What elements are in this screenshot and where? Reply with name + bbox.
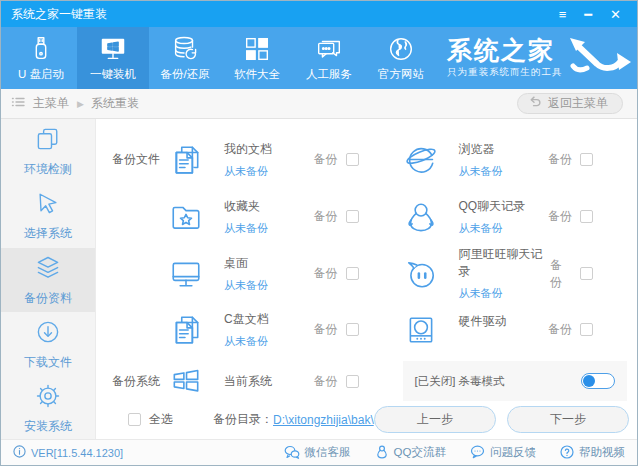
backup-checkbox[interactable] xyxy=(346,267,359,280)
backup-item-desktop: 桌面 从未备份 备份 xyxy=(168,255,403,293)
nav-tab-one-key-install[interactable]: 一键装机 xyxy=(77,27,149,89)
backup-label: 备份 xyxy=(314,208,338,225)
sidebar-item-install-system[interactable]: 安装系统 xyxy=(1,377,95,441)
backup-item-c-drive-docs: C盘文档 从未备份 备份 xyxy=(168,311,403,349)
backup-item-status: 从未备份 xyxy=(459,221,526,236)
backup-checkbox[interactable] xyxy=(346,153,359,166)
select-all-checkbox[interactable] xyxy=(128,413,141,426)
backup-item-title: 硬件驱动 xyxy=(459,313,507,330)
sidebar-item-label: 下载文件 xyxy=(24,354,72,371)
breadcrumb: 主菜单 ▶ 系统重装 返回主菜单 xyxy=(1,89,637,119)
backup-item-title: 收藏夹 xyxy=(224,198,268,215)
close-icon[interactable]: ✕ xyxy=(610,8,621,21)
sidebar: 环境检测 选择系统 备份资料 xyxy=(1,119,96,441)
backup-checkbox[interactable] xyxy=(580,323,593,336)
backup-item-qq-chat: QQ聊天记录 从未备份 备份 xyxy=(403,198,638,236)
minimize-icon[interactable]: ━ xyxy=(584,8,592,21)
wangwang-icon xyxy=(403,257,439,291)
footer-link-label: QQ交流群 xyxy=(394,445,446,460)
menu-icon[interactable]: ≡ xyxy=(559,8,567,21)
hard-drive-icon xyxy=(403,313,439,347)
sidebar-item-label: 安装系统 xyxy=(24,418,72,435)
qq-group-link[interactable]: QQ交流群 xyxy=(375,445,446,461)
backup-label: 备份 xyxy=(548,151,572,168)
backup-item-hardware-drivers: 硬件驱动 备份 xyxy=(403,313,638,347)
back-button-label: 返回主菜单 xyxy=(548,95,608,112)
nav-tab-backup-restore[interactable]: 备份/还原 xyxy=(149,27,221,89)
breadcrumb-root[interactable]: 主菜单 xyxy=(33,95,69,112)
backup-dir-link[interactable]: D:\xitongzhijia\bak\ xyxy=(273,413,374,427)
window-controls: ≡ ━ ✕ xyxy=(559,8,627,21)
backup-label: 备份 xyxy=(548,208,572,225)
back-to-main-menu-button[interactable]: 返回主菜单 xyxy=(517,93,623,114)
windows-logo-icon xyxy=(168,364,204,398)
database-restore-icon xyxy=(170,34,200,64)
backup-item-title: QQ聊天记录 xyxy=(459,198,526,215)
backup-item-status: 从未备份 xyxy=(459,286,551,301)
backup-label: 备份 xyxy=(314,265,338,282)
backup-item-title: C盘文档 xyxy=(224,311,269,328)
nav-tab-label: 一键装机 xyxy=(90,67,136,82)
nav-tab-usb-boot[interactable]: U 盘启动 xyxy=(5,27,77,89)
nav-tab-label: 官方网站 xyxy=(378,67,424,82)
backup-item-browser: 浏览器 从未备份 备份 xyxy=(403,141,638,179)
wechat-icon xyxy=(284,445,300,461)
download-icon xyxy=(34,318,62,349)
sidebar-item-backup-data[interactable]: 备份资料 xyxy=(1,248,95,312)
backup-checkbox[interactable] xyxy=(580,210,593,223)
folder-star-icon xyxy=(168,200,204,234)
backup-checkbox[interactable] xyxy=(346,375,359,388)
info-icon xyxy=(13,445,26,460)
backup-item-status: 从未备份 xyxy=(459,164,503,179)
nav-tab-label: 备份/还原 xyxy=(160,67,209,82)
next-step-button[interactable]: 下一步 xyxy=(507,406,629,433)
question-circle-icon xyxy=(560,445,574,461)
sidebar-item-select-system[interactable]: 选择系统 xyxy=(1,183,95,247)
list-icon xyxy=(11,95,26,112)
backup-item-title: 阿里旺旺聊天记录 xyxy=(459,246,551,280)
chat-bubbles-icon xyxy=(314,34,344,64)
help-videos-link[interactable]: 帮助视频 xyxy=(560,445,625,461)
backup-system-row: 备份系统 当前系统 备份 xyxy=(104,357,637,405)
swoosh-arrows-icon xyxy=(567,27,633,89)
section-backup-files-label: 备份文件 xyxy=(104,151,168,168)
env-check-icon xyxy=(34,125,62,156)
backup-checkbox[interactable] xyxy=(580,153,593,166)
squares-grid-icon xyxy=(242,34,272,64)
backup-checkbox[interactable] xyxy=(346,210,359,223)
monitor-icon xyxy=(168,257,204,291)
nav-tab-support[interactable]: 人工服务 xyxy=(293,27,365,89)
antivirus-cell: [已关闭] 杀毒模式 xyxy=(403,361,638,401)
sidebar-item-download-files[interactable]: 下载文件 xyxy=(1,312,95,376)
prev-step-button[interactable]: 上一步 xyxy=(374,406,496,433)
backup-item-title: 当前系统 xyxy=(224,373,272,390)
backup-item-current-system: 当前系统 备份 xyxy=(168,364,403,398)
title-bar: 系统之家一键重装 ≡ ━ ✕ xyxy=(1,1,637,27)
backup-item-title: 浏览器 xyxy=(459,141,503,158)
sidebar-item-label: 环境检测 xyxy=(24,161,72,178)
monitor-windows-icon xyxy=(98,34,128,64)
backup-label: 备份 xyxy=(314,373,338,390)
sidebar-item-label: 选择系统 xyxy=(24,225,72,242)
backup-item-status: 从未备份 xyxy=(224,164,272,179)
usb-drive-icon xyxy=(26,34,56,64)
sidebar-item-env-check[interactable]: 环境检测 xyxy=(1,119,95,183)
backup-checkbox[interactable] xyxy=(580,267,593,280)
backup-checkbox[interactable] xyxy=(346,323,359,336)
nav-tab-website[interactable]: 官方网站 xyxy=(365,27,437,89)
window-title: 系统之家一键重装 xyxy=(11,6,107,23)
backup-item-my-documents: 我的文档 从未备份 备份 xyxy=(168,141,403,179)
wechat-support-link[interactable]: 微信客服 xyxy=(284,445,351,461)
nav-tab-label: 人工服务 xyxy=(306,67,352,82)
backup-label: 备份 xyxy=(550,257,572,291)
qq-icon xyxy=(375,445,389,461)
nav-tab-label: 软件大全 xyxy=(234,67,280,82)
backup-dir-label: 备份目录： xyxy=(213,411,273,428)
antivirus-toggle[interactable] xyxy=(581,373,615,389)
feedback-link[interactable]: 问题反馈 xyxy=(470,445,536,461)
backup-item-title: 桌面 xyxy=(224,255,268,272)
backup-item-status: 从未备份 xyxy=(224,221,268,236)
main-panel: 备份文件 我的文档 从未备份 备份 xyxy=(96,119,637,441)
backup-row: 桌面 从未备份 备份 xyxy=(104,245,637,302)
nav-tab-software[interactable]: 软件大全 xyxy=(221,27,293,89)
